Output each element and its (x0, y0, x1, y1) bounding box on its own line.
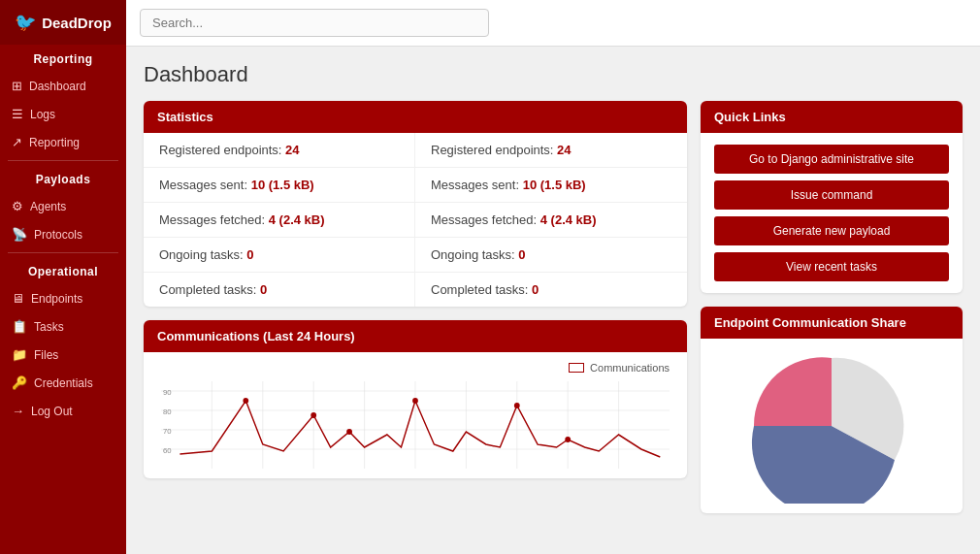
sidebar-item-dashboard[interactable]: ⊞ Dashboard (0, 72, 126, 100)
legend-label: Communications (590, 362, 670, 374)
sidebar-item-endpoints[interactable]: 🖥 Endpoints (0, 284, 126, 312)
sidebar-item-credentials[interactable]: 🔑 Credentials (0, 369, 126, 397)
sidebar-section-payloads: Payloads (0, 165, 126, 192)
sidebar: 🐦 DeadDrop Reporting ⊞ Dashboard ☰ Logs … (0, 0, 126, 554)
sidebar-section-reporting: Reporting (0, 45, 126, 72)
stat-label: Completed tasks: (159, 282, 260, 297)
sidebar-item-label: Log Out (31, 405, 73, 418)
protocols-icon: 📡 (12, 227, 27, 242)
agents-icon: ⚙ (12, 199, 23, 213)
pie-chart (744, 348, 919, 504)
svg-text:80: 80 (163, 407, 172, 416)
issue-command-button[interactable]: Issue command (714, 180, 949, 210)
endpoint-share-header: Endpoint Communication Share (701, 307, 963, 339)
stat-label: Registered endpoints: (431, 143, 557, 157)
sidebar-item-files[interactable]: 📁 Files (0, 341, 126, 369)
logout-icon: → (12, 404, 24, 418)
endpoint-share-body (701, 339, 963, 513)
sidebar-item-label: Credentials (34, 376, 93, 390)
sidebar-divider-2 (8, 252, 118, 253)
stat-registered-endpoints-left: Registered endpoints: 24 (144, 133, 415, 168)
sidebar-item-label: Tasks (34, 320, 64, 334)
sidebar-item-tasks[interactable]: 📋 Tasks (0, 312, 126, 341)
app-logo: 🐦 DeadDrop (0, 0, 126, 45)
stat-value: 24 (557, 143, 571, 157)
statistics-card: Statistics Registered endpoints: 24 Regi… (144, 101, 687, 307)
stat-value: 0 (246, 247, 253, 262)
stat-label: Messages sent: (159, 178, 251, 192)
communications-card: Communications (Last 24 Hours) Communica… (144, 320, 687, 478)
svg-point-22 (565, 437, 571, 442)
communications-header: Communications (Last 24 Hours) (144, 320, 687, 352)
main-area: Dashboard Statistics Registered endpoint… (126, 0, 980, 554)
statistics-body: Registered endpoints: 24 Registered endp… (144, 133, 687, 307)
svg-text:60: 60 (163, 446, 172, 455)
django-admin-button[interactable]: Go to Django administrative site (714, 145, 949, 174)
svg-text:90: 90 (163, 388, 172, 397)
sidebar-item-label: Dashboard (29, 80, 86, 93)
files-icon: 📁 (12, 347, 27, 362)
view-recent-tasks-button[interactable]: View recent tasks (714, 252, 949, 281)
stat-value: 4 (2.4 kB) (540, 212, 597, 227)
stat-messages-sent-left: Messages sent: 10 (1.5 kB) (144, 168, 415, 203)
left-column: Statistics Registered endpoints: 24 Regi… (144, 101, 687, 513)
content-grid: Statistics Registered endpoints: 24 Regi… (144, 101, 963, 513)
sidebar-item-label: Agents (30, 200, 66, 213)
dashboard-icon: ⊞ (12, 79, 22, 93)
sidebar-item-agents[interactable]: ⚙ Agents (0, 192, 126, 220)
stat-label: Messages sent: (431, 178, 523, 192)
search-input[interactable] (140, 9, 489, 37)
sidebar-item-label: Logs (30, 108, 55, 121)
stat-value: 0 (532, 282, 539, 297)
right-column: Quick Links Go to Django administrative … (701, 101, 963, 513)
page-title: Dashboard (144, 62, 963, 87)
endpoint-share-card: Endpoint Communication Share (701, 307, 963, 513)
stat-registered-endpoints-right: Registered endpoints: 24 (415, 133, 687, 168)
stat-label: Completed tasks: (431, 282, 532, 297)
statistics-header: Statistics (144, 101, 687, 133)
stat-value: 10 (1.5 kB) (523, 178, 586, 192)
stat-value: 4 (2.4 kB) (269, 212, 325, 227)
sidebar-section-operational: Operational (0, 257, 126, 284)
svg-point-17 (243, 398, 248, 404)
app-name: DeadDrop (42, 15, 112, 31)
sidebar-item-label: Reporting (29, 136, 80, 149)
communications-body: Communications (144, 352, 687, 478)
stat-label: Messages fetched: (431, 212, 540, 227)
sidebar-item-label: Endpoints (31, 292, 82, 306)
svg-point-18 (310, 412, 316, 418)
quick-links-card: Quick Links Go to Django administrative … (701, 101, 963, 293)
logo-icon: 🐦 (15, 12, 36, 33)
sidebar-divider-1 (8, 160, 118, 161)
sidebar-item-label: Protocols (34, 228, 82, 242)
svg-point-20 (514, 403, 520, 408)
stat-label: Ongoing tasks: (159, 247, 246, 262)
stat-label: Messages fetched: (159, 212, 269, 227)
chart-area: 90 80 70 60 (151, 374, 679, 471)
reporting-icon: ↗ (12, 135, 22, 149)
logs-icon: ☰ (12, 107, 23, 121)
sidebar-item-protocols[interactable]: 📡 Protocols (0, 220, 126, 248)
sidebar-item-logout[interactable]: → Log Out (0, 397, 126, 425)
stat-ongoing-tasks-left: Ongoing tasks: 0 (144, 238, 415, 273)
stat-messages-fetched-right: Messages fetched: 4 (2.4 kB) (415, 203, 687, 238)
stat-messages-sent-right: Messages sent: 10 (1.5 kB) (415, 168, 687, 203)
stat-value: 0 (260, 282, 267, 297)
stat-ongoing-tasks-right: Ongoing tasks: 0 (415, 238, 687, 273)
sidebar-item-reporting[interactable]: ↗ Reporting (0, 128, 126, 156)
header (126, 0, 980, 47)
stat-completed-tasks-left: Completed tasks: 0 (144, 273, 415, 307)
svg-point-21 (346, 429, 352, 435)
generate-payload-button[interactable]: Generate new payload (714, 216, 949, 245)
sidebar-item-label: Files (34, 348, 58, 362)
chart-legend: Communications (151, 358, 679, 374)
stat-label: Ongoing tasks: (431, 247, 518, 262)
svg-text:70: 70 (163, 427, 172, 436)
svg-point-19 (412, 398, 418, 404)
stat-value: 24 (285, 143, 299, 157)
credentials-icon: 🔑 (12, 375, 27, 390)
stats-grid: Registered endpoints: 24 Registered endp… (144, 133, 687, 307)
tasks-icon: 📋 (12, 319, 27, 334)
line-chart: 90 80 70 60 (161, 381, 670, 469)
sidebar-item-logs[interactable]: ☰ Logs (0, 100, 126, 128)
